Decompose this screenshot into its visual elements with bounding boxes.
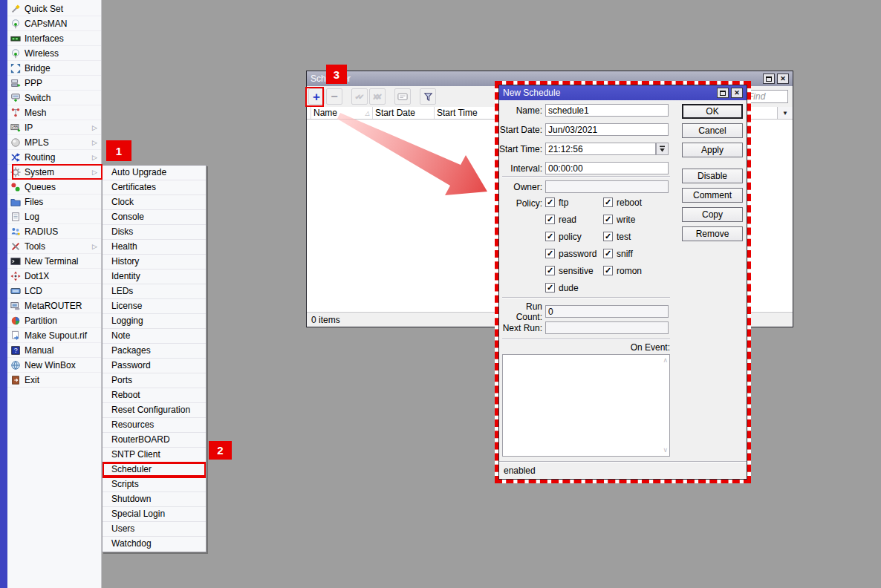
close-icon[interactable]: ✕	[777, 74, 789, 84]
policy-option-test[interactable]: ✓test	[603, 231, 642, 242]
sidebar-item-routing[interactable]: Routing ▷	[7, 150, 101, 165]
sidebar-item-quick-set[interactable]: Quick Set	[7, 1, 101, 16]
submenu-item-reset-configuration[interactable]: Reset Configuration	[103, 403, 206, 418]
enable-button[interactable]: ✔✔	[351, 88, 368, 105]
submenu-item-scripts[interactable]: Scripts	[103, 477, 206, 492]
submenu-item-shutdown[interactable]: Shutdown	[103, 492, 206, 507]
next-run-input[interactable]	[545, 321, 669, 334]
policy-option-ftp[interactable]: ✓ftp	[545, 197, 596, 208]
submenu-item-reboot[interactable]: Reboot	[103, 388, 206, 403]
sidebar-item-wireless[interactable]: Wireless	[7, 46, 101, 61]
checkbox-reboot[interactable]: ✓	[603, 197, 613, 207]
sidebar-item-queues[interactable]: Queues	[7, 180, 101, 195]
submenu-item-license[interactable]: License	[103, 299, 206, 314]
submenu-item-auto-upgrade[interactable]: Auto Upgrade	[103, 166, 206, 180]
scroll-down-icon[interactable]: ∨	[663, 447, 668, 454]
submenu-item-clock[interactable]: Clock	[103, 195, 206, 210]
policy-option-sensitive[interactable]: ✓sensitive	[545, 265, 596, 276]
submenu-item-disks[interactable]: Disks	[103, 225, 206, 240]
checkbox-romon[interactable]: ✓	[603, 266, 613, 275]
checkbox-password[interactable]: ✓	[545, 249, 555, 258]
remove-button[interactable]: Remove	[682, 226, 743, 241]
sidebar-item-radius[interactable]: RADIUS	[7, 224, 101, 239]
checkbox-sensitive[interactable]: ✓	[545, 266, 555, 275]
policy-option-policy[interactable]: ✓policy	[545, 231, 596, 242]
policy-option-reboot[interactable]: ✓reboot	[603, 197, 642, 208]
sidebar-item-partition[interactable]: Partition	[7, 313, 101, 328]
disable-button[interactable]: Disable	[682, 169, 743, 183]
checkbox-test[interactable]: ✓	[603, 232, 613, 241]
maximize-icon[interactable]	[717, 88, 729, 98]
close-icon[interactable]: ✕	[731, 88, 743, 98]
policy-option-write[interactable]: ✓write	[603, 214, 642, 225]
submenu-item-leds[interactable]: LEDs	[103, 284, 206, 299]
submenu-item-identity[interactable]: Identity	[103, 270, 206, 284]
checkbox-policy[interactable]: ✓	[545, 232, 555, 241]
disable-button[interactable]: ✘✘	[369, 88, 386, 105]
submenu-item-logging[interactable]: Logging	[103, 314, 206, 329]
sidebar-item-system[interactable]: System ▷	[7, 165, 101, 180]
sidebar-item-capsman[interactable]: CAPsMAN	[7, 16, 101, 31]
add-button[interactable]: +	[308, 88, 325, 105]
column-header-start-date[interactable]: Start Date	[373, 107, 435, 119]
filter-button[interactable]	[420, 88, 436, 105]
sidebar-item-manual[interactable]: ? Manual	[7, 343, 101, 358]
sidebar-item-mpls[interactable]: MPLS ▷	[7, 135, 101, 150]
sidebar-item-mesh[interactable]: Mesh	[7, 105, 101, 120]
column-header-name[interactable]: Name △	[311, 107, 373, 119]
sidebar-item-log[interactable]: Log	[7, 209, 101, 224]
checkbox-read[interactable]: ✓	[545, 215, 555, 224]
maximize-icon[interactable]	[763, 74, 775, 84]
find-input[interactable]	[745, 90, 788, 103]
on-event-textarea[interactable]: ∧ ∨	[502, 354, 670, 457]
sidebar-item-new-winbox[interactable]: New WinBox	[7, 358, 101, 373]
owner-input[interactable]	[545, 180, 669, 193]
checkbox-ftp[interactable]: ✓	[545, 197, 555, 207]
scroll-up-icon[interactable]: ∧	[663, 357, 668, 364]
submenu-item-health[interactable]: Health	[103, 240, 206, 255]
run-count-input[interactable]	[545, 305, 669, 318]
sidebar-item-ppp[interactable]: PPP	[7, 76, 101, 91]
comment-button[interactable]: Comment	[682, 188, 743, 203]
policy-option-sniff[interactable]: ✓sniff	[603, 248, 642, 259]
submenu-item-routerboard[interactable]: RouterBOARD	[103, 433, 206, 448]
remove-button[interactable]: −	[326, 88, 342, 105]
copy-button[interactable]: Copy	[682, 207, 743, 222]
submenu-item-password[interactable]: Password	[103, 359, 206, 373]
submenu-item-history[interactable]: History	[103, 255, 206, 270]
submenu-item-watchdog[interactable]: Watchdog	[103, 537, 206, 552]
sidebar-item-metarouter[interactable]: MetaROUTER	[7, 298, 101, 313]
policy-option-dude[interactable]: ✓dude	[545, 282, 596, 293]
column-header-start-time[interactable]: Start Time	[435, 107, 496, 119]
submenu-item-sntp-client[interactable]: SNTP Client	[103, 448, 206, 463]
sidebar-item-ip[interactable]: 255 IP ▷	[7, 120, 101, 135]
sidebar-item-tools[interactable]: Tools ▷	[7, 239, 101, 254]
ok-button[interactable]: OK	[682, 104, 743, 119]
apply-button[interactable]: Apply	[682, 143, 743, 157]
time-picker-dropdown[interactable]	[656, 143, 669, 155]
cancel-button[interactable]: Cancel	[682, 123, 743, 138]
name-input[interactable]	[545, 104, 669, 117]
sidebar-item-make-supout[interactable]: Make Supout.rif	[7, 328, 101, 343]
checkbox-write[interactable]: ✓	[603, 215, 613, 224]
column-select-dropdown[interactable]: ▼	[777, 107, 793, 119]
submenu-item-certificates[interactable]: Certificates	[103, 180, 206, 195]
submenu-item-console[interactable]: Console	[103, 210, 206, 225]
submenu-item-scheduler[interactable]: Scheduler	[103, 463, 206, 477]
policy-option-romon[interactable]: ✓romon	[603, 265, 642, 276]
submenu-item-users[interactable]: Users	[103, 522, 206, 537]
start-date-input[interactable]	[545, 123, 669, 136]
start-time-input[interactable]	[545, 143, 656, 155]
submenu-item-special-login[interactable]: Special Login	[103, 507, 206, 522]
sidebar-item-files[interactable]: Files	[7, 195, 101, 209]
submenu-item-resources[interactable]: Resources	[103, 418, 206, 433]
sidebar-item-bridge[interactable]: Bridge	[7, 61, 101, 76]
interval-input[interactable]	[545, 162, 669, 174]
checkbox-dude[interactable]: ✓	[545, 283, 555, 293]
sidebar-item-interfaces[interactable]: Interfaces	[7, 31, 101, 46]
submenu-item-packages[interactable]: Packages	[103, 344, 206, 359]
policy-option-read[interactable]: ✓read	[545, 214, 596, 225]
checkbox-sniff[interactable]: ✓	[603, 249, 613, 258]
sidebar-item-lcd[interactable]: LCD	[7, 284, 101, 298]
sidebar-item-dot1x[interactable]: Dot1X	[7, 269, 101, 284]
